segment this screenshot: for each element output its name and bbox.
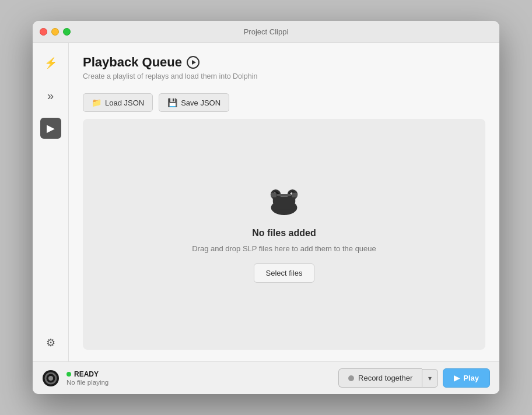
main-layout: ⚡ » ▶ ⚙ Playback Queue: [33, 43, 499, 361]
select-files-button[interactable]: Select files: [254, 263, 315, 283]
app-window: Project Clippi ⚡ » ▶ ⚙ Playba: [33, 21, 499, 394]
record-together-dropdown[interactable]: ▾: [422, 369, 438, 388]
svg-rect-11: [271, 193, 277, 198]
maximize-button[interactable]: [63, 28, 71, 36]
record-together-label: Record together: [358, 374, 412, 382]
settings-icon: ⚙: [46, 336, 55, 349]
save-json-label: Save JSON: [181, 99, 220, 107]
lightning-icon: ⚡: [44, 57, 57, 69]
sidebar-item-fastforward[interactable]: »: [40, 85, 61, 106]
load-json-button[interactable]: 📁 Load JSON: [83, 93, 153, 112]
window-title: Project Clippi: [244, 27, 289, 36]
titlebar: Project Clippi: [33, 21, 499, 43]
play-triangle-icon: ▶: [454, 374, 460, 382]
sidebar-item-playback[interactable]: ▶: [40, 118, 61, 139]
page-subtitle: Create a playlist of replays and load th…: [83, 72, 485, 80]
svg-rect-10: [273, 196, 295, 205]
empty-subtitle: Drag and drop SLP files here to add them…: [192, 244, 376, 253]
page-title-text: Playback Queue: [83, 55, 182, 70]
svg-point-16: [48, 376, 53, 381]
frog-icon: [265, 186, 303, 219]
sidebar-item-lightning[interactable]: ⚡: [40, 52, 61, 73]
play-circle-icon: [187, 56, 200, 69]
sidebar-item-settings[interactable]: ⚙: [40, 332, 61, 353]
load-json-label: Load JSON: [105, 99, 144, 107]
status-label: READY: [74, 370, 99, 378]
save-json-button[interactable]: 💾 Save JSON: [159, 93, 229, 112]
empty-title: No files added: [252, 228, 316, 238]
svg-rect-13: [276, 194, 292, 196]
status-ready: READY: [66, 370, 108, 378]
fast-forward-icon: »: [47, 89, 54, 103]
status-bar: READY No file playing Record together ▾ …: [33, 361, 499, 394]
obs-icon: [42, 370, 60, 387]
status-info: READY No file playing: [66, 370, 108, 386]
status-bar-right: Record together ▾ ▶ Play: [338, 368, 490, 388]
svg-rect-12: [292, 193, 298, 198]
close-button[interactable]: [40, 28, 47, 36]
drop-zone[interactable]: No files added Drag and drop SLP files h…: [83, 119, 485, 350]
status-file: No file playing: [66, 379, 108, 386]
sidebar: ⚡ » ▶ ⚙: [33, 43, 69, 361]
record-dot-icon: [348, 375, 354, 381]
toolbar: 📁 Load JSON 💾 Save JSON: [69, 86, 499, 119]
content-area: Playback Queue Create a playlist of repl…: [69, 43, 499, 361]
traffic-lights: [40, 28, 71, 36]
folder-icon: 📁: [92, 98, 102, 107]
status-dot: [66, 372, 71, 377]
save-icon: 💾: [167, 98, 177, 107]
record-together-button[interactable]: Record together: [338, 368, 422, 388]
chevron-down-icon: ▾: [428, 374, 432, 382]
play-button[interactable]: ▶ Play: [443, 368, 490, 388]
svg-marker-1: [192, 60, 196, 65]
content-header: Playback Queue Create a playlist of repl…: [69, 43, 499, 86]
play-icon: ▶: [47, 122, 55, 135]
play-label: Play: [463, 374, 479, 382]
minimize-button[interactable]: [51, 28, 59, 36]
page-title: Playback Queue: [83, 55, 485, 70]
